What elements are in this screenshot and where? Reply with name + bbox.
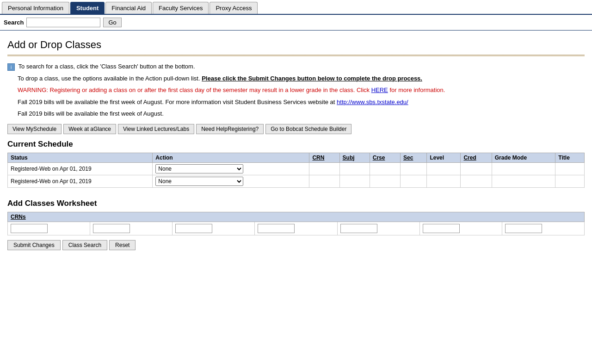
crn-input-2[interactable]	[175, 224, 212, 233]
schedule-row-0: Registered-Web on Apr 01, 2019NoneDropWe…	[8, 162, 585, 175]
schedule-crn-0	[309, 162, 339, 175]
class-search-button[interactable]: Class Search	[62, 240, 107, 250]
schedule-crse-0	[370, 162, 400, 175]
col-subj: Subj	[339, 153, 370, 162]
crns-header-row: CRNs	[8, 212, 585, 222]
tab-proxy-access[interactable]: Proxy Access	[210, 2, 258, 14]
action-buttons-row: View MySchedule Week at aGlance View Lin…	[7, 124, 585, 134]
bills-text-1: Fall 2019 bills will be available the fi…	[18, 99, 335, 105]
bills-text-2: Fall 2019 bills will be available the fi…	[18, 110, 164, 117]
schedule-crn-1	[309, 175, 339, 187]
schedule-cred-0	[461, 162, 492, 175]
info-section: i To search for a class, click the 'Clas…	[7, 62, 585, 118]
schedule-level-0	[427, 162, 461, 175]
col-cred: Cred	[461, 153, 492, 162]
tab-faculty-services[interactable]: Faculty Services	[153, 2, 209, 14]
crns-table: CRNs	[7, 212, 585, 235]
page-title: Add or Drop Classes	[7, 39, 585, 51]
info-line-2: To drop a class, use the options availab…	[18, 74, 585, 83]
reset-button[interactable]: Reset	[109, 240, 136, 250]
search-go-button[interactable]: Go	[103, 18, 121, 27]
crn-input-3[interactable]	[258, 224, 295, 233]
crn-input-6[interactable]	[505, 224, 542, 233]
schedule-grade_mode-0	[492, 162, 555, 175]
crn-input-5[interactable]	[423, 224, 460, 233]
here-link[interactable]: HERE	[371, 86, 388, 93]
col-level: Level	[427, 153, 461, 162]
col-crn: CRN	[309, 153, 339, 162]
info-submit-bold: Please click the Submit Changes button b…	[202, 75, 422, 82]
bills-line-2: Fall 2019 bills will be available the fi…	[18, 109, 585, 118]
section-divider-top	[7, 55, 585, 56]
main-content: Add or Drop Classes i To search for a cl…	[0, 33, 592, 263]
nav-tabs: Personal Information Student Financial A…	[0, 0, 592, 15]
tab-financial-aid[interactable]: Financial Aid	[105, 2, 152, 14]
submit-changes-button[interactable]: Submit Changes	[7, 240, 61, 250]
search-input[interactable]	[26, 18, 100, 27]
crn-cell-6	[502, 222, 584, 235]
schedule-cred-1	[461, 175, 492, 187]
col-grade-mode: Grade Mode	[492, 153, 555, 162]
schedule-table: Status Action CRN Subj Crse Sec Level Cr…	[7, 153, 585, 188]
view-myschedule-button[interactable]: View MySchedule	[7, 124, 62, 134]
crn-cell-5	[419, 222, 502, 235]
schedule-subj-1	[339, 175, 370, 187]
bills-line-1: Fall 2019 bills will be available the fi…	[18, 98, 585, 107]
view-linked-button[interactable]: View Linked Lectures/Labs	[118, 124, 194, 134]
action-select-1[interactable]: NoneDropWeb Drop	[155, 177, 243, 186]
schedule-grade_mode-1	[492, 175, 555, 187]
schedule-status-1: Registered-Web on Apr 01, 2019	[8, 175, 153, 187]
schedule-title-0	[555, 162, 585, 175]
go-to-bobcat-button[interactable]: Go to Bobcat Schedule Builder	[265, 124, 352, 134]
action-select-0[interactable]: NoneDropWeb Drop	[155, 164, 243, 173]
bottom-buttons: Submit Changes Class Search Reset	[7, 240, 585, 258]
col-title: Title	[555, 153, 585, 162]
sbs-link[interactable]: http://www.sbs.txstate.edu/	[337, 99, 408, 105]
current-schedule-title: Current Schedule	[7, 140, 585, 149]
schedule-table-header-row: Status Action CRN Subj Crse Sec Level Cr…	[8, 153, 585, 162]
tab-personal-info[interactable]: Personal Information	[2, 2, 69, 14]
worksheet-title: Add Classes Worksheet	[7, 199, 585, 208]
warning-text: WARNING: Registering or adding a class o…	[18, 86, 370, 93]
warning-line: WARNING: Registering or adding a class o…	[18, 86, 585, 95]
worksheet-section: Add Classes Worksheet CRNs Submit Change…	[7, 199, 585, 258]
info-line-1: i To search for a class, click the 'Clas…	[7, 62, 585, 71]
schedule-subj-0	[339, 162, 370, 175]
info-icon: i	[7, 63, 15, 71]
crns-header: CRNs	[8, 212, 585, 222]
tab-student[interactable]: Student	[70, 2, 105, 14]
schedule-action-1: NoneDropWeb Drop	[153, 175, 309, 187]
info-text-2-pre: To drop a class, use the options availab…	[18, 75, 200, 82]
schedule-title-1	[555, 175, 585, 187]
schedule-level-1	[427, 175, 461, 187]
schedule-row-1: Registered-Web on Apr 01, 2019NoneDropWe…	[8, 175, 585, 187]
schedule-action-0: NoneDropWeb Drop	[153, 162, 309, 175]
crn-cell-2	[173, 222, 255, 235]
col-action: Action	[153, 153, 309, 162]
search-bar: Search Go	[0, 15, 592, 30]
crns-inputs-row	[8, 222, 585, 235]
col-crse: Crse	[370, 153, 400, 162]
schedule-status-0: Registered-Web on Apr 01, 2019	[8, 162, 153, 175]
schedule-sec-1	[401, 175, 427, 187]
page-divider	[0, 30, 592, 31]
need-help-button[interactable]: Need HelpRegistering?	[196, 124, 264, 134]
crn-cell-1	[90, 222, 173, 235]
crn-cell-4	[337, 222, 419, 235]
col-sec: Sec	[401, 153, 427, 162]
col-status: Status	[8, 153, 153, 162]
crn-input-0[interactable]	[11, 224, 48, 233]
crn-input-1[interactable]	[93, 224, 130, 233]
crn-cell-3	[255, 222, 337, 235]
crn-cell-0	[8, 222, 90, 235]
crn-input-4[interactable]	[340, 224, 377, 233]
search-label: Search	[4, 19, 24, 26]
week-at-aglance-button[interactable]: Week at aGlance	[63, 124, 116, 134]
warning-suffix: for more information.	[389, 86, 445, 93]
schedule-crse-1	[370, 175, 400, 187]
schedule-sec-0	[401, 162, 427, 175]
info-text-1: To search for a class, click the 'Class …	[18, 63, 195, 70]
